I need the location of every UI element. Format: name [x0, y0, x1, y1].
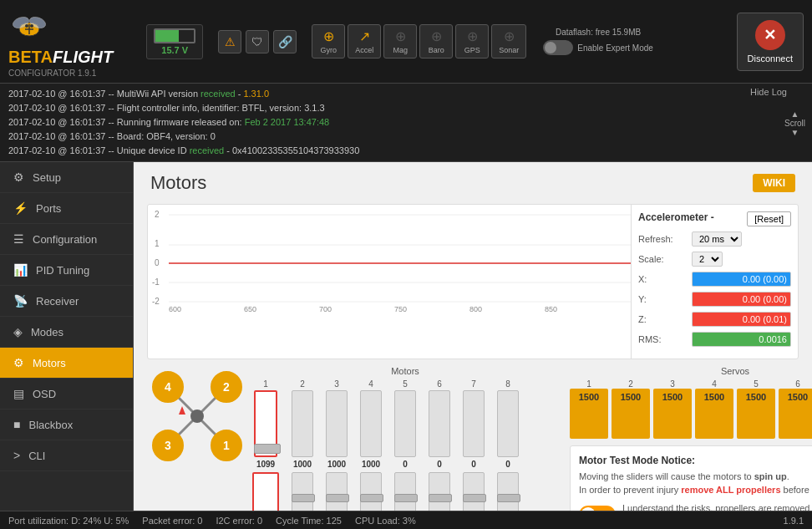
sidebar-label-modes: Modes [31, 326, 63, 338]
master-motor-2: 1000 [287, 472, 318, 516]
sensor-gyro[interactable]: ⊕ Gyro [312, 24, 345, 58]
motor-col-8: 8 0 [492, 379, 524, 469]
danger-text: remove ALL propellers [681, 485, 780, 495]
sidebar-item-modes[interactable]: ◈ Modes [0, 317, 133, 348]
scroll-label: Scroll [784, 118, 805, 127]
sidebar-item-ports[interactable]: ⚡ Ports [0, 193, 133, 224]
log-line-1: 2017-02-10 @ 16:01:37 -- MultiWii API ve… [8, 87, 804, 101]
motors-right-panel: Motors 1 1099 [247, 366, 563, 469]
sensor-gps-label: GPS [464, 46, 480, 54]
sidebar-item-receiver[interactable]: 📡 Receiver [0, 286, 133, 317]
sensor-accel[interactable]: ↗ Accel [348, 24, 381, 58]
sensor-buttons: ⊕ Gyro ↗ Accel ⊕ Mag ⊕ Baro ⊕ GPS ⊕ Sona… [312, 24, 526, 58]
sensor-sonar[interactable]: ⊕ Sonar [491, 24, 526, 58]
motor-bar-2 [292, 390, 313, 457]
motor-num-2: 2 [300, 379, 305, 389]
hide-log-button[interactable]: Hide Log [750, 87, 787, 97]
servo-col-4: 4 1500 [695, 379, 733, 439]
disconnect-button[interactable]: ✕ Disconnect [737, 13, 804, 71]
accel-icon: ↗ [359, 28, 370, 44]
motor-val-4: 1000 [362, 460, 380, 469]
motor-val-5: 0 [403, 460, 408, 469]
sidebar-item-setup[interactable]: ⚙ Setup [0, 162, 133, 193]
x-label: X: [638, 274, 688, 284]
master-thumb-5[interactable] [394, 494, 418, 502]
i2c-error: I2C error: 0 [216, 516, 262, 526]
spin-up-text: spin up [754, 471, 787, 481]
servo-val-2: 1500 [621, 392, 641, 402]
sidebar-item-pid-tuning[interactable]: 📊 PID Tuning [0, 255, 133, 286]
scale-row: Scale: 2 [638, 252, 791, 267]
master-thumb-8[interactable] [497, 494, 520, 502]
status-bar: Port utilization: D: 24% U: 5% Packet er… [0, 511, 812, 529]
log-date: Feb 2 2017 13:47:48 [245, 117, 330, 127]
packet-error: Packet error: 0 [142, 516, 202, 526]
sidebar-label-blackbox: Blackbox [28, 419, 73, 431]
z-label: Z: [638, 314, 688, 324]
svg-text:3: 3 [165, 439, 171, 452]
motor-val-1: 1099 [256, 460, 275, 469]
y-row: Y: 0.00 (0.00) [638, 292, 791, 307]
blackbox-icon: ■ [13, 418, 20, 431]
log-area: 2017-02-10 @ 16:01:37 -- MultiWii API ve… [0, 84, 812, 162]
page-title: Motors [150, 172, 206, 194]
motor-bar-5 [394, 390, 416, 457]
scale-select[interactable]: 2 [692, 252, 723, 267]
servo-num-6: 6 [795, 379, 800, 389]
sidebar-item-cli[interactable]: > CLI [0, 440, 133, 471]
motor-col-3: 3 1000 [321, 379, 353, 469]
master-thumb-7[interactable] [463, 494, 486, 502]
rms-value: 0.0016 [692, 332, 791, 347]
svg-text:2: 2 [155, 210, 160, 219]
z-row: Z: 0.00 (0.01) [638, 312, 791, 327]
motor-thumb-1[interactable] [254, 444, 281, 454]
motor-val-7: 0 [471, 460, 476, 469]
servo-val-5: 1500 [746, 392, 766, 402]
rms-row: RMS: 0.0016 [638, 332, 791, 347]
disconnect-label: Disconnect [748, 53, 793, 64]
svg-text:1: 1 [223, 439, 230, 452]
master-bar-active [252, 472, 279, 516]
sidebar-item-blackbox[interactable]: ■ Blackbox [0, 409, 133, 440]
port-utilization: Port utilization: D: 24% U: 5% [8, 516, 129, 526]
sensor-gyro-label: Gyro [320, 46, 337, 54]
servo-num-3: 3 [670, 379, 675, 389]
motor-col-1: 1 1099 [247, 379, 284, 469]
master-thumb-3[interactable] [326, 494, 349, 502]
svg-text:1: 1 [155, 239, 160, 248]
master-thumb-2[interactable] [292, 494, 315, 502]
wiki-button[interactable]: WIKI [753, 174, 795, 192]
svg-point-7 [30, 24, 33, 28]
svg-text:700: 700 [319, 305, 332, 313]
motor-val-8: 0 [505, 460, 510, 469]
link-icon[interactable]: 🔗 [273, 30, 297, 53]
logo-subtitle: CONFIGURATOR 1.9.1 [8, 69, 96, 78]
sidebar-item-configuration[interactable]: ☰ Configuration [0, 224, 133, 255]
motor-num-1: 1 [263, 379, 268, 389]
sidebar-item-osd[interactable]: ▤ OSD [0, 379, 133, 409]
gps-icon: ⊕ [467, 28, 478, 44]
sensor-gps[interactable]: ⊕ GPS [455, 24, 489, 58]
sensor-baro[interactable]: ⊕ Baro [419, 24, 453, 58]
motor-col-2: 2 1000 [287, 379, 318, 469]
svg-text:850: 850 [545, 305, 557, 313]
master-col: Master [526, 472, 563, 516]
expert-mode-toggle[interactable] [543, 40, 573, 55]
sensor-mag[interactable]: ⊕ Mag [383, 24, 417, 58]
svg-text:2: 2 [223, 380, 230, 394]
sidebar-item-motors[interactable]: ⚙ Motors [0, 348, 133, 379]
master-thumb-4[interactable] [360, 494, 383, 502]
warning-icon[interactable]: ⚠ [218, 30, 241, 53]
accel-panel: 2 1 0 -1 -2 600 650 700 [147, 204, 799, 359]
accel-title-text: Accelerometer - [638, 211, 714, 226]
battery-voltage: 15.7 V [161, 45, 188, 55]
shield-icon[interactable]: 🛡 [246, 30, 269, 53]
y-label: Y: [638, 294, 688, 304]
master-thumb-6[interactable] [429, 494, 452, 502]
motors-diagram-row: 4 2 3 1 Motors [147, 366, 563, 469]
refresh-select[interactable]: 20 ms [692, 231, 742, 247]
servo-col-2: 2 1500 [612, 379, 650, 439]
z-value: 0.00 (0.01) [692, 312, 791, 327]
accel-reset-button[interactable]: [Reset] [747, 211, 791, 226]
master-bar-4 [360, 472, 382, 516]
